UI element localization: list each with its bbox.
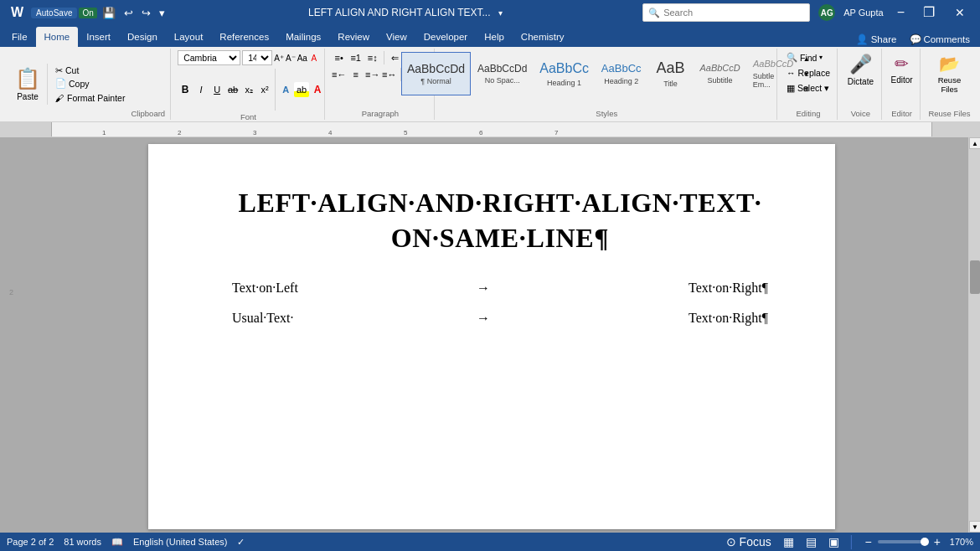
editor-icon: ✏ bbox=[895, 54, 909, 74]
scroll-thumb[interactable] bbox=[970, 260, 980, 294]
scrollbar[interactable]: ▲ ▼ bbox=[968, 137, 980, 533]
share-button[interactable]: 👤 Share bbox=[849, 32, 904, 47]
close-button[interactable]: ✕ bbox=[948, 0, 972, 25]
tab-developer[interactable]: Developer bbox=[415, 27, 476, 47]
font-color-button[interactable]: A bbox=[310, 82, 325, 97]
style-normal[interactable]: AaBbCcDd ¶ Normal bbox=[401, 52, 471, 95]
font-name-select[interactable]: Cambria bbox=[178, 50, 240, 65]
editing-group-label: Editing bbox=[796, 107, 820, 118]
print-layout-view-button[interactable]: ▦ bbox=[781, 535, 797, 548]
comments-button[interactable]: 💬 Comments bbox=[903, 32, 977, 47]
undo-button[interactable]: ↩ bbox=[121, 5, 137, 21]
zoom-in-button[interactable]: + bbox=[931, 535, 943, 548]
restore-button[interactable]: ❐ bbox=[918, 0, 940, 25]
select-button[interactable]: ▦ Select ▾ bbox=[783, 81, 833, 95]
find-button[interactable]: 🔍 Find ▾ bbox=[783, 50, 833, 64]
status-bar: Page 2 of 2 81 words 📖 English (United S… bbox=[0, 533, 980, 551]
reuse-files-button[interactable]: 📂 Reuse Files bbox=[927, 50, 972, 97]
style-no-space[interactable]: AaBbCcDd No Spac... bbox=[472, 52, 533, 95]
read-view-button[interactable]: ▣ bbox=[826, 535, 842, 548]
text-effects-button[interactable]: A bbox=[278, 82, 293, 97]
doc-row1-arrow: → bbox=[366, 281, 601, 296]
language-info[interactable]: English (United States) bbox=[133, 537, 228, 547]
tab-mailings[interactable]: Mailings bbox=[277, 27, 329, 47]
web-layout-view-button[interactable]: ▤ bbox=[803, 535, 819, 548]
doc-row2-arrow: → bbox=[366, 311, 601, 326]
page-number-indicator: 2 bbox=[9, 288, 13, 296]
style-h2-preview: AaBbCc bbox=[601, 62, 642, 75]
replace-icon: ↔ bbox=[787, 68, 796, 78]
grow-font-button[interactable]: A⁺ bbox=[274, 51, 284, 64]
font-format-row: B I U ab x₂ x² A ab A bbox=[178, 69, 325, 111]
editor-button[interactable]: ✏ Editor bbox=[886, 50, 918, 88]
save-button[interactable]: 💾 bbox=[99, 5, 119, 21]
style-h1-label: Heading 1 bbox=[547, 79, 581, 87]
spellcheck-icon[interactable]: 📖 bbox=[111, 537, 123, 548]
multilevel-button[interactable]: ≡↕ bbox=[365, 50, 380, 65]
tab-help[interactable]: Help bbox=[476, 27, 513, 47]
font-size-select[interactable]: 14 bbox=[242, 50, 272, 65]
main-area: 2 LEFT·ALIGN·AND·RIGHT·ALIGN·TEXT· ON·SA… bbox=[0, 137, 980, 533]
align-center-button[interactable]: ≡ bbox=[348, 67, 364, 82]
doc-row1-left: Text·on·Left bbox=[232, 281, 366, 296]
comments-icon: 💬 bbox=[910, 33, 921, 45]
scroll-up-button[interactable]: ▲ bbox=[969, 137, 980, 149]
zoom-slider[interactable] bbox=[878, 540, 928, 543]
zoom-percent[interactable]: 170% bbox=[950, 537, 973, 547]
style-heading2[interactable]: AaBbCc Heading 2 bbox=[596, 52, 647, 95]
align-left-button[interactable]: ≡← bbox=[332, 67, 347, 82]
focus-button[interactable]: ⊙ Focus bbox=[724, 535, 774, 548]
format-painter-button[interactable]: 🖌 Format Painter bbox=[53, 92, 127, 104]
window-title: LEFT ALIGN AND RIGHT ALIGN TEXT... ▾ bbox=[168, 7, 642, 18]
scroll-area[interactable]: LEFT·ALIGN·AND·RIGHT·ALIGN·TEXT· ON·SAME… bbox=[15, 137, 968, 533]
subscript-button[interactable]: x₂ bbox=[241, 82, 256, 97]
bold-button[interactable]: B bbox=[178, 82, 193, 97]
cut-button[interactable]: ✂ Cut bbox=[53, 64, 127, 76]
align-right-button[interactable]: ≡→ bbox=[365, 67, 380, 82]
accessibility-check[interactable]: ✓ bbox=[237, 537, 245, 548]
strikethrough-button[interactable]: ab bbox=[225, 82, 240, 97]
ruler-tick-7: 7 bbox=[554, 129, 558, 136]
style-nospace-preview: AaBbCcDd bbox=[477, 63, 527, 75]
minimize-button[interactable]: − bbox=[892, 0, 910, 25]
underline-button[interactable]: U bbox=[209, 82, 224, 97]
scroll-track[interactable] bbox=[969, 149, 980, 521]
style-heading1[interactable]: AaBbCc Heading 1 bbox=[534, 52, 595, 95]
user-avatar[interactable]: AG bbox=[818, 4, 835, 21]
tab-references[interactable]: References bbox=[211, 27, 277, 47]
shrink-font-button[interactable]: A⁻ bbox=[286, 51, 296, 64]
style-title[interactable]: AaB Title bbox=[648, 52, 694, 95]
style-subtitle[interactable]: AaBbCcD Subtitle bbox=[694, 52, 746, 95]
tab-file[interactable]: File bbox=[3, 27, 36, 47]
paste-button[interactable]: 📋 Paste bbox=[8, 64, 48, 105]
replace-button[interactable]: ↔ Replace bbox=[783, 66, 833, 80]
numbering-button[interactable]: ≡1 bbox=[348, 50, 364, 65]
customize-qat-button[interactable]: ▾ bbox=[156, 5, 168, 21]
tab-chemistry[interactable]: Chemistry bbox=[513, 27, 573, 47]
dropdown-arrow[interactable]: ▾ bbox=[498, 8, 503, 18]
tab-home[interactable]: Home bbox=[36, 27, 79, 47]
dictate-button[interactable]: 🎤 Dictate bbox=[841, 50, 880, 90]
autosave-toggle[interactable]: On bbox=[79, 8, 96, 18]
tab-view[interactable]: View bbox=[378, 27, 415, 47]
superscript-button[interactable]: x² bbox=[257, 82, 272, 97]
scroll-down-button[interactable]: ▼ bbox=[969, 521, 980, 533]
search-box[interactable]: 🔍 bbox=[642, 3, 810, 22]
zoom-out-button[interactable]: − bbox=[862, 535, 874, 548]
select-icon: ▦ bbox=[787, 83, 795, 93]
change-case-button[interactable]: Aa bbox=[297, 51, 307, 64]
redo-button[interactable]: ↪ bbox=[138, 5, 154, 21]
justify-button[interactable]: ≡↔ bbox=[382, 67, 397, 82]
copy-button[interactable]: 📄 Copy bbox=[53, 77, 127, 90]
ribbon-group-font: Cambria 14 A⁺ A⁻ Aa A B I U ab x₂ x² A a… bbox=[173, 49, 325, 120]
clear-formatting-button[interactable]: A bbox=[309, 51, 319, 64]
tab-review[interactable]: Review bbox=[329, 27, 378, 47]
tab-design[interactable]: Design bbox=[119, 27, 166, 47]
zoom-thumb[interactable] bbox=[921, 538, 929, 546]
tab-insert[interactable]: Insert bbox=[78, 27, 119, 47]
search-input[interactable] bbox=[663, 8, 804, 18]
highlight-color-button[interactable]: ab bbox=[294, 82, 309, 97]
bullets-button[interactable]: ≡• bbox=[332, 50, 347, 65]
tab-layout[interactable]: Layout bbox=[166, 27, 212, 47]
italic-button[interactable]: I bbox=[193, 82, 209, 97]
